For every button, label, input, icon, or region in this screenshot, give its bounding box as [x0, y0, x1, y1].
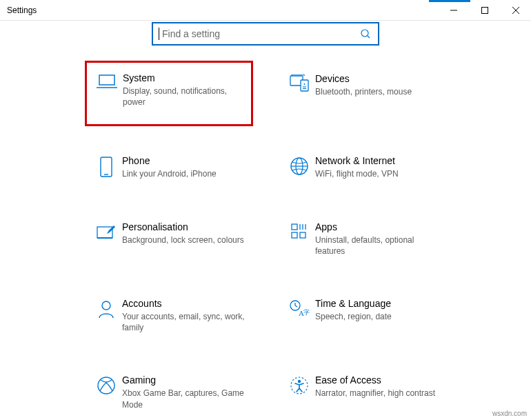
- card-label: Ease of Access: [315, 374, 441, 386]
- phone-icon: [99, 157, 113, 177]
- maximize-icon: [481, 7, 488, 14]
- window-title: Settings: [7, 6, 37, 15]
- search-input[interactable]: [162, 28, 359, 39]
- svg-point-4: [361, 30, 368, 37]
- settings-grid: System Display, sound, notifications, po…: [17, 66, 514, 417]
- svg-rect-20: [292, 224, 297, 230]
- card-label: Devices: [315, 73, 441, 84]
- person-icon: [97, 299, 115, 319]
- card-desc: Speech, region, date: [315, 311, 441, 322]
- time-language-icon: A 字: [289, 299, 310, 317]
- card-personalisation[interactable]: Personalisation Background, lock screen,…: [86, 214, 252, 263]
- ease-icon: [290, 376, 309, 395]
- card-desc: Narrator, magnifier, high contrast: [315, 388, 441, 399]
- card-label: Apps: [315, 221, 441, 232]
- card-desc: Uninstall, defaults, optional features: [315, 234, 441, 257]
- minimize-button[interactable]: [438, 0, 469, 21]
- maximize-button[interactable]: [469, 0, 500, 21]
- card-desc: Bluetooth, printers, mouse: [315, 86, 441, 97]
- card-desc: Xbox Game Bar, captures, Game Mode: [122, 388, 248, 410]
- card-label: Accounts: [122, 298, 248, 309]
- svg-rect-1: [481, 7, 488, 13]
- svg-rect-6: [99, 75, 114, 85]
- search-box[interactable]: [152, 22, 379, 46]
- svg-point-34: [298, 380, 301, 383]
- card-system[interactable]: System Display, sound, notifications, po…: [85, 61, 253, 126]
- text-caret: [159, 28, 159, 40]
- devices-icon: [289, 74, 310, 92]
- svg-point-26: [102, 301, 110, 310]
- close-button[interactable]: [500, 0, 531, 21]
- svg-rect-9: [301, 80, 308, 91]
- svg-text:字: 字: [303, 309, 310, 316]
- card-label: System: [123, 72, 247, 83]
- svg-rect-13: [101, 157, 112, 177]
- watermark: wsxdn.com: [492, 410, 527, 417]
- search-icon: [359, 28, 372, 39]
- card-time-language[interactable]: A 字 Time & Language Speech, region, date: [279, 291, 445, 340]
- card-label: Gaming: [122, 374, 248, 386]
- paint-icon: [96, 223, 117, 241]
- svg-rect-18: [97, 227, 112, 238]
- svg-rect-22: [300, 232, 305, 238]
- card-ease-of-access[interactable]: Ease of Access Narrator, magnifier, high…: [279, 368, 445, 417]
- svg-line-29: [295, 306, 297, 307]
- card-gaming[interactable]: Gaming Xbox Game Bar, captures, Game Mod…: [86, 368, 252, 417]
- card-network[interactable]: Network & Internet WiFi, flight mode, VP…: [279, 148, 445, 186]
- card-apps[interactable]: Apps Uninstall, defaults, optional featu…: [279, 214, 445, 263]
- card-label: Personalisation: [122, 221, 248, 232]
- apps-icon: [290, 223, 308, 241]
- card-label: Phone: [122, 155, 248, 166]
- globe-icon: [290, 157, 309, 176]
- titlebar: Settings: [0, 0, 531, 21]
- svg-rect-21: [292, 232, 297, 238]
- laptop-icon: [97, 74, 117, 90]
- svg-line-5: [368, 36, 370, 38]
- card-devices[interactable]: Devices Bluetooth, printers, mouse: [279, 66, 445, 121]
- svg-point-10: [304, 83, 305, 85]
- card-label: Time & Language: [315, 298, 441, 309]
- card-desc: Background, lock screen, colours: [122, 234, 248, 246]
- card-desc: Display, sound, notifications, power: [123, 86, 247, 108]
- close-icon: [512, 7, 519, 14]
- card-desc: Your accounts, email, sync, work, family: [122, 311, 248, 333]
- card-phone[interactable]: Phone Link your Android, iPhone: [86, 148, 252, 186]
- card-desc: WiFi, flight mode, VPN: [315, 168, 441, 179]
- svg-point-32: [98, 377, 114, 394]
- minimize-icon: [450, 7, 457, 14]
- xbox-icon: [97, 376, 116, 395]
- card-accounts[interactable]: Accounts Your accounts, email, sync, wor…: [86, 291, 252, 340]
- card-label: Network & Internet: [315, 155, 441, 166]
- card-desc: Link your Android, iPhone: [122, 168, 248, 179]
